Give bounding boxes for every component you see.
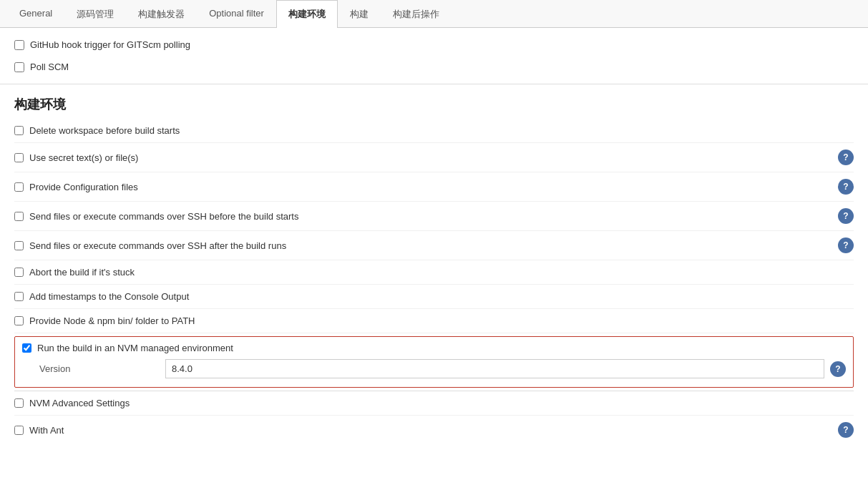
ssh-before-help-icon[interactable]: ? [838, 208, 854, 224]
node-npm-row: Provide Node & npm bin/ folder to PATH [14, 309, 854, 333]
node-npm-checkbox[interactable] [14, 316, 24, 325]
config-files-label[interactable]: Provide Configuration files [29, 182, 138, 192]
section-title: 构建环境 [14, 96, 854, 113]
build-env-options: Delete workspace before build starts Use… [0, 119, 868, 388]
ssh-after-checkbox[interactable] [14, 241, 24, 250]
abort-stuck-label[interactable]: Abort the build if it's stuck [29, 267, 135, 278]
abort-stuck-checkbox[interactable] [14, 268, 24, 277]
tab-optional[interactable]: Optional filter [197, 0, 276, 28]
nvm-advanced-checkbox[interactable] [14, 398, 24, 408]
page-container: General 源码管理 构建触发器 Optional filter 构建环境 … [0, 0, 868, 485]
node-npm-label[interactable]: Provide Node & npm bin/ folder to PATH [29, 315, 195, 326]
config-files-row: Provide Configuration files ? [14, 172, 854, 202]
tab-trigger[interactable]: 构建触发器 [126, 0, 197, 28]
timestamps-row: Add timestamps to the Console Output [14, 285, 854, 309]
nvm-env-row: Run the build in an NVM managed environm… [14, 336, 854, 388]
abort-stuck-row: Abort the build if it's stuck [14, 260, 854, 285]
config-files-help-icon[interactable]: ? [838, 179, 854, 195]
with-ant-checkbox[interactable] [14, 426, 24, 435]
tab-build[interactable]: 构建 [338, 0, 381, 28]
ssh-before-checkbox[interactable] [14, 212, 24, 221]
with-ant-label[interactable]: With Ant [29, 425, 64, 436]
delete-workspace-checkbox[interactable] [14, 126, 24, 135]
nvm-advanced-label[interactable]: NVM Advanced Settings [29, 398, 130, 408]
github-hook-row: GitHub hook trigger for GITScm polling [14, 34, 854, 56]
nvm-version-input[interactable] [165, 359, 824, 378]
ssh-before-row: Send files or execute commands over SSH … [14, 202, 854, 231]
bottom-options: NVM Advanced Settings With Ant ? [0, 391, 868, 444]
secret-text-checkbox[interactable] [14, 153, 24, 162]
with-ant-help-icon[interactable]: ? [838, 422, 854, 438]
tab-bar: General 源码管理 构建触发器 Optional filter 构建环境 … [0, 0, 868, 28]
tab-general[interactable]: General [7, 0, 64, 28]
poll-scm-checkbox[interactable] [14, 62, 24, 72]
nvm-env-label[interactable]: Run the build in an NVM managed environm… [37, 343, 233, 353]
github-hook-checkbox[interactable] [14, 40, 24, 50]
config-files-checkbox[interactable] [14, 182, 24, 192]
secret-text-label[interactable]: Use secret text(s) or file(s) [29, 152, 138, 163]
nvm-version-help-icon[interactable]: ? [830, 361, 846, 377]
nvm-env-checkbox[interactable] [22, 343, 31, 353]
delete-workspace-row: Delete workspace before build starts [14, 119, 854, 143]
delete-workspace-label[interactable]: Delete workspace before build starts [29, 125, 180, 136]
poll-scm-row: Poll SCM [14, 56, 854, 78]
ssh-after-row: Send files or execute commands over SSH … [14, 231, 854, 260]
ssh-after-label[interactable]: Send files or execute commands over SSH … [29, 240, 286, 251]
timestamps-label[interactable]: Add timestamps to the Console Output [29, 291, 189, 302]
nvm-advanced-row: NVM Advanced Settings [14, 391, 854, 416]
secret-text-help-icon[interactable]: ? [838, 150, 854, 165]
secret-text-row: Use secret text(s) or file(s) ? [14, 143, 854, 172]
with-ant-row: With Ant ? [14, 416, 854, 444]
ssh-before-label[interactable]: Send files or execute commands over SSH … [29, 211, 298, 222]
build-env-section-heading: 构建环境 [0, 84, 868, 119]
top-section: GitHub hook trigger for GITScm polling P… [0, 28, 868, 84]
github-hook-label[interactable]: GitHub hook trigger for GITScm polling [30, 39, 190, 50]
tab-source[interactable]: 源码管理 [64, 0, 126, 28]
version-label: Version [22, 363, 165, 374]
tab-post[interactable]: 构建后操作 [381, 0, 452, 28]
content-area: GitHub hook trigger for GITScm polling P… [0, 28, 868, 485]
timestamps-checkbox[interactable] [14, 292, 24, 301]
nvm-version-row: Version ? [22, 353, 846, 381]
ssh-after-help-icon[interactable]: ? [838, 237, 854, 253]
tab-environment[interactable]: 构建环境 [276, 0, 338, 28]
poll-scm-label[interactable]: Poll SCM [30, 62, 69, 72]
